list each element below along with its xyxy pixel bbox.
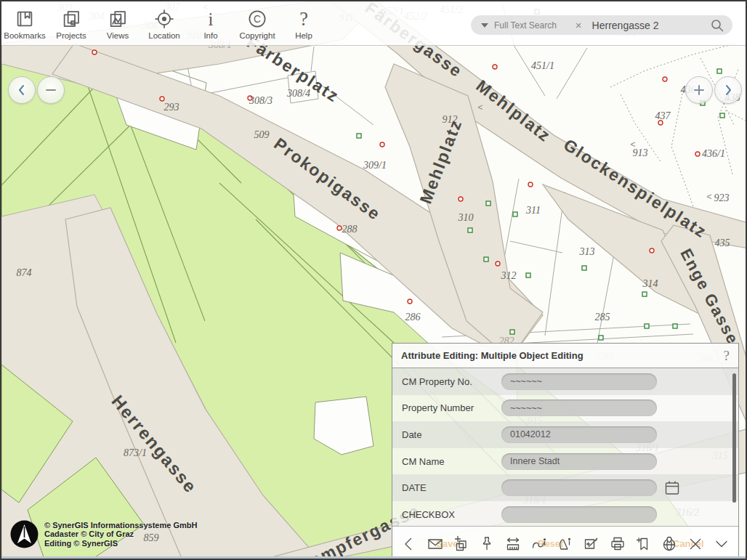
- green-point-marker: [720, 113, 724, 118]
- attribution-line: © SynerGIS Informationssysteme GmbH: [44, 521, 197, 530]
- parcel-number: 509: [254, 129, 270, 140]
- parcel-number: 312: [501, 270, 517, 281]
- measure-icon[interactable]: [504, 535, 522, 553]
- toolbar-item-label: Help: [295, 31, 312, 40]
- red-point-marker: [160, 97, 164, 101]
- copyright-icon: C: [246, 7, 268, 31]
- parcel-number: 285: [595, 312, 610, 322]
- field-input[interactable]: ~~~~~~: [501, 399, 657, 416]
- toolbar-item-views[interactable]: Views: [94, 3, 141, 44]
- panel-body: CM Property No.~~~~~~Property Number~~~~…: [392, 368, 738, 526]
- parcel-number: 451/1: [531, 60, 554, 71]
- field-value: ~~~~~~: [510, 403, 542, 413]
- app-window: 303304306307910308/1911452/1452/2451/244…: [0, 0, 747, 560]
- svg-text:C: C: [254, 14, 261, 25]
- search-mode-dropdown-icon[interactable]: [481, 23, 488, 28]
- parcel-number: 310: [458, 212, 474, 223]
- panel-header[interactable]: Attribute Editing: Multiple Object Editi…: [392, 344, 738, 368]
- parcel-number: 288: [342, 224, 358, 235]
- search-bar[interactable]: Full Text Search × Herrengasse 2: [471, 15, 732, 35]
- field-label: Date: [402, 429, 501, 440]
- calendar-icon[interactable]: [663, 479, 681, 497]
- panel-help-button[interactable]: ?: [724, 348, 730, 364]
- map-attribution: © SynerGIS Informationssysteme GmbHCadas…: [10, 520, 197, 548]
- red-point-marker: [459, 197, 463, 201]
- toolbar-item-projects[interactable]: Projects: [48, 3, 94, 44]
- parcel-number: 308/4: [286, 88, 310, 99]
- field-row-date: Date01042012: [392, 421, 738, 448]
- pan-right-button[interactable]: [714, 76, 742, 104]
- red-point-marker: [92, 50, 97, 54]
- zoom-in-button[interactable]: [685, 76, 713, 104]
- search-mode-label[interactable]: Full Text Search: [494, 20, 557, 31]
- parcel-number: 314: [642, 278, 658, 289]
- green-point-marker: [645, 324, 649, 328]
- field-row-date: DATE: [392, 474, 738, 501]
- field-label: CHECKBOX: [402, 509, 501, 520]
- field-input[interactable]: Innere Stadt: [501, 453, 657, 470]
- back-chevron-icon[interactable]: [400, 535, 418, 553]
- red-point-marker: [496, 261, 500, 266]
- info-icon: i: [200, 7, 222, 31]
- close-icon[interactable]: [687, 535, 704, 553]
- green-point-marker: [642, 292, 647, 296]
- attribution-line: Editing © SynerGIS: [44, 539, 197, 548]
- field-label: DATE: [402, 482, 501, 493]
- toolbar-item-info[interactable]: iInfo: [187, 3, 234, 44]
- toolbar-item-location[interactable]: Location: [141, 3, 187, 44]
- red-point-marker: [408, 299, 412, 304]
- search-input[interactable]: Herrengasse 2: [592, 20, 709, 31]
- parcel-number: 437: [655, 110, 671, 121]
- bookmark-add-icon[interactable]: [634, 535, 652, 553]
- pin-icon[interactable]: [478, 535, 496, 553]
- field-input[interactable]: [501, 479, 657, 496]
- pan-left-button[interactable]: [8, 76, 36, 104]
- search-clear-button[interactable]: ×: [576, 19, 582, 31]
- arrow-marker: <: [706, 192, 711, 202]
- red-point-marker: [695, 152, 700, 156]
- print-icon[interactable]: [609, 535, 626, 553]
- field-row-cm-name: CM NameInnere Stadt: [392, 448, 738, 475]
- green-point-marker: [582, 266, 586, 270]
- panel-title: Attribute Editing: Multiple Object Editi…: [401, 350, 584, 361]
- copy-objects-icon[interactable]: [453, 535, 470, 553]
- red-point-marker: [493, 65, 497, 69]
- red-point-marker: [663, 77, 667, 81]
- field-label: Property Number: [402, 402, 501, 413]
- search-icon[interactable]: [709, 17, 725, 33]
- field-row-cm-property-no-: CM Property No.~~~~~~: [392, 368, 738, 395]
- field-row-property-number: Property Number~~~~~~: [392, 395, 738, 422]
- green-point-marker: [513, 212, 517, 216]
- green-point-marker: [717, 69, 722, 73]
- field-input[interactable]: [501, 506, 657, 523]
- mail-icon[interactable]: [427, 535, 444, 553]
- field-input[interactable]: ~~~~~~: [501, 373, 657, 390]
- green-point-marker: [510, 330, 514, 334]
- views-icon: [107, 7, 129, 31]
- parcel-number: 313: [579, 246, 595, 257]
- field-label: CM Property No.: [402, 376, 501, 387]
- help-icon: ?: [293, 7, 315, 31]
- red-point-marker: [650, 248, 654, 253]
- field-value: 01042012: [510, 429, 551, 439]
- field-input[interactable]: 01042012: [501, 426, 657, 443]
- arrow-marker: <: [630, 139, 635, 150]
- toolbar-item-bookmarks[interactable]: Bookmarks: [1, 3, 48, 44]
- parcel-number: 874: [17, 267, 32, 278]
- zoom-out-button[interactable]: [37, 76, 65, 104]
- collapse-chevron-icon[interactable]: [713, 535, 730, 553]
- polyline-info-icon[interactable]: [530, 535, 548, 553]
- green-point-marker: [599, 336, 603, 340]
- toolbar-item-help[interactable]: ?Help: [280, 3, 327, 44]
- panel-scrollbar[interactable]: [732, 373, 736, 503]
- panel-footer-toolbar: SaveResetCancel: [392, 526, 738, 560]
- parcel-number: 286: [405, 312, 421, 322]
- edit-attributes-icon[interactable]: [583, 535, 600, 553]
- polygon-info-icon[interactable]: [557, 535, 574, 553]
- globe-locate-icon[interactable]: [661, 535, 678, 553]
- red-point-marker: [380, 142, 384, 147]
- field-label: CM Name: [402, 456, 501, 467]
- toolbar-item-copyright[interactable]: CCopyright: [234, 3, 280, 44]
- parcel-number: 308/3: [249, 95, 272, 106]
- attribution-line: Cadaster © City of Graz: [44, 529, 197, 539]
